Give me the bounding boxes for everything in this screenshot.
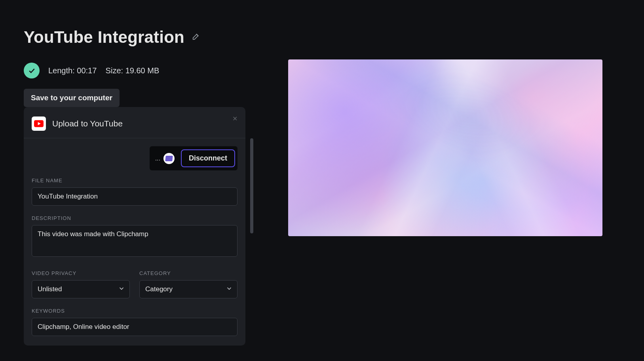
edit-title-icon[interactable] — [192, 32, 200, 42]
account-avatar-icon — [163, 153, 175, 164]
size-value: 19.60 MB — [125, 66, 160, 75]
keywords-input[interactable] — [32, 318, 237, 336]
youtube-icon — [32, 117, 46, 131]
video-preview-thumbnail[interactable] — [288, 59, 602, 236]
length-value: 00:17 — [77, 66, 97, 75]
description-label: DESCRIPTION — [32, 215, 237, 221]
save-to-computer-button[interactable]: Save to your computer — [24, 89, 120, 107]
upload-youtube-panel: Upload to YouTube ✕ ... Disconnect FILE … — [24, 107, 245, 346]
disconnect-button[interactable]: Disconnect — [181, 149, 235, 167]
export-status-text: Length: 00:17 Size: 19.60 MB — [48, 66, 159, 75]
description-input[interactable] — [32, 225, 237, 257]
connected-account-pill: ... Disconnect — [150, 146, 237, 170]
size-label: Size: — [106, 66, 123, 75]
export-complete-badge — [24, 63, 40, 78]
upload-panel-title: Upload to YouTube — [52, 119, 123, 128]
category-select[interactable]: Category — [139, 280, 237, 298]
file-name-input[interactable] — [32, 187, 237, 206]
privacy-select[interactable]: Unlisted — [32, 280, 130, 298]
category-label: CATEGORY — [139, 270, 237, 276]
account-name-truncated: ... — [155, 155, 161, 162]
length-label: Length: — [48, 66, 75, 75]
keywords-label: KEYWORDS — [32, 308, 237, 314]
page-title: YouTube Integration — [24, 28, 184, 47]
privacy-label: VIDEO PRIVACY — [32, 270, 130, 276]
file-name-label: FILE NAME — [32, 178, 237, 183]
close-icon[interactable]: ✕ — [230, 114, 239, 123]
panel-scrollbar[interactable] — [250, 138, 253, 233]
